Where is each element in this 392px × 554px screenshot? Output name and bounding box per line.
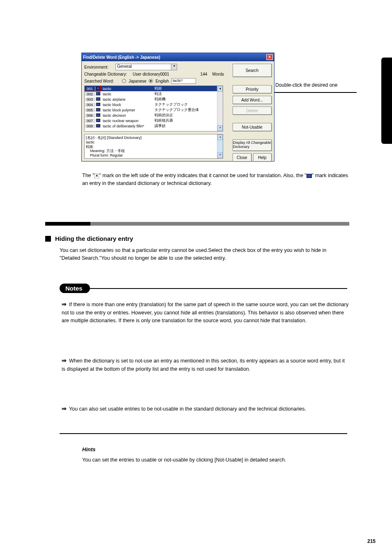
not-usable-button[interactable]: Not-Usable bbox=[233, 123, 272, 131]
close-icon[interactable]: × bbox=[266, 54, 273, 60]
scroll-down-icon[interactable]: ▾ bbox=[217, 152, 223, 158]
environment-label: Environment: bbox=[84, 65, 113, 69]
environment-select[interactable]: General ▾ bbox=[115, 64, 177, 70]
book-icon bbox=[96, 97, 100, 101]
scrollbar-vertical[interactable]: ▴ ▾ bbox=[217, 86, 223, 131]
book-icon bbox=[96, 108, 100, 111]
page-tab bbox=[381, 58, 392, 144]
radio-japanese-label: Japanese bbox=[129, 79, 146, 83]
window-title: Find/Delete Word (English -> Japanese) bbox=[83, 55, 160, 60]
delete-button[interactable]: Delete bbox=[233, 106, 272, 115]
list-row[interactable]: 001tactic戦術 bbox=[85, 86, 223, 91]
arrow-right-icon: ⇒ bbox=[62, 300, 69, 309]
detail-line1: [名詞 - 名詞] [Standard Dictionary] bbox=[86, 136, 221, 140]
dialog-screenshot: Find/Delete Word (English -> Japanese) ×… bbox=[81, 53, 274, 162]
notes-line bbox=[90, 288, 347, 289]
arrow-right-icon: ⇒ bbox=[62, 356, 69, 365]
callout-text: Double-click the desired one bbox=[275, 82, 345, 89]
page-number: 215 bbox=[367, 538, 376, 544]
callout-line bbox=[274, 92, 357, 93]
detail-pane: [名詞 - 名詞] [Standard Dictionary] tactic 戦… bbox=[84, 134, 223, 159]
window-titlebar: Find/Delete Word (English -> Japanese) × bbox=[82, 53, 274, 61]
changeable-dict-value: User dictionary0001 bbox=[133, 72, 169, 76]
note-2: ⇒When the dictionary is set to not-use a… bbox=[62, 356, 349, 373]
environment-value: General bbox=[117, 64, 132, 69]
help-button[interactable]: Help bbox=[253, 153, 272, 162]
section-heading: Hiding the dictionary entry bbox=[55, 235, 133, 242]
book-icon bbox=[96, 124, 100, 127]
detail-line4: Meaning: 方法・手段 bbox=[86, 149, 221, 153]
results-listbox[interactable]: 001tactic戦術002tactic戦法003tactic airplane… bbox=[84, 85, 223, 132]
arrow-right-icon: ⇒ bbox=[62, 404, 69, 413]
book-icon bbox=[307, 174, 312, 178]
detail-line5: Plural form: Regular bbox=[86, 153, 221, 158]
words-label: Words bbox=[212, 72, 224, 76]
search-button[interactable]: Search bbox=[233, 64, 272, 77]
close-button[interactable]: Close bbox=[233, 153, 251, 162]
list-row[interactable]: 004tactic blockタクチックブロック bbox=[85, 102, 223, 107]
hints-text: You can set the entries to usable or not… bbox=[82, 456, 348, 464]
list-row[interactable]: 003tactic airplane戦術機 bbox=[85, 97, 223, 102]
display-all-button[interactable]: Display All Changeable Dictionary bbox=[233, 139, 272, 151]
list-row[interactable]: 007tactic nuclear weapon戦術核兵器 bbox=[85, 118, 223, 123]
list-row[interactable]: 008tactic of deliberately fillin*議事妨 bbox=[85, 123, 223, 129]
searched-word-input[interactable]: tactic* bbox=[171, 78, 196, 84]
radio-english-label: English bbox=[155, 79, 169, 83]
book-icon bbox=[96, 119, 100, 122]
scroll-up-icon[interactable]: ▴ bbox=[217, 134, 223, 140]
scroll-up-icon[interactable]: ▴ bbox=[217, 86, 223, 92]
x-mark-icon: × bbox=[94, 173, 99, 178]
note-3: ⇒You can also set usable entries to be n… bbox=[62, 404, 349, 413]
notes-header: Notes bbox=[60, 284, 347, 293]
section-divider bbox=[45, 222, 349, 226]
word-count: 144 bbox=[201, 72, 208, 76]
hints-header: Hints bbox=[82, 446, 96, 452]
radio-japanese[interactable] bbox=[122, 79, 126, 83]
detail-line2: tactic bbox=[86, 140, 221, 145]
detail-scrollbar[interactable]: ▴ ▾ bbox=[217, 134, 223, 158]
priority-button[interactable]: Priority bbox=[233, 85, 272, 93]
paragraph-1: The "×" mark on the left side of the ent… bbox=[82, 172, 348, 188]
list-row[interactable]: 005tactic block polymerタクチックブロック重合体 bbox=[85, 107, 223, 113]
searched-word-label: Searched Word: bbox=[84, 79, 120, 83]
radio-english[interactable] bbox=[149, 79, 153, 83]
list-row[interactable]: 006tactic decision戦術的決定 bbox=[85, 113, 223, 118]
scroll-down-icon[interactable]: ▾ bbox=[217, 125, 223, 131]
bullet-square-icon bbox=[45, 236, 51, 242]
book-icon bbox=[96, 103, 100, 106]
paragraph-2: You can set dictionaries so that a parti… bbox=[60, 247, 347, 263]
changeable-dict-label: Changeable Dictionary: bbox=[84, 72, 130, 76]
chevron-down-icon: ▾ bbox=[171, 64, 177, 70]
book-icon bbox=[96, 92, 100, 95]
notes-badge: Notes bbox=[60, 284, 90, 293]
list-row[interactable]: 002tactic戦法 bbox=[85, 91, 223, 97]
detail-line3: 戦術 bbox=[86, 145, 221, 149]
book-icon bbox=[96, 113, 100, 117]
book-icon bbox=[96, 87, 100, 90]
horizontal-rule bbox=[60, 433, 347, 434]
add-word-button[interactable]: Add Word... bbox=[233, 96, 272, 104]
note-1: ⇒If there is more than one entry (transl… bbox=[62, 300, 349, 325]
